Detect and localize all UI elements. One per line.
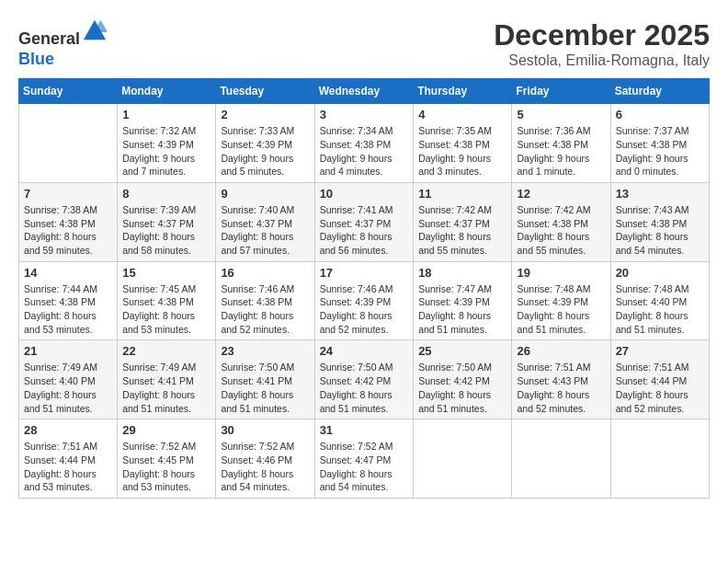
daylight-text: Daylight: 8 hours and 51 minutes.	[221, 389, 293, 414]
day-number: 17	[320, 266, 409, 280]
sunset-text: Sunset: 4:46 PM	[221, 454, 292, 465]
calendar-header-row: SundayMondayTuesdayWednesdayThursdayFrid…	[19, 79, 710, 104]
sunrise-text: Sunrise: 7:35 AM	[418, 125, 492, 136]
sunrise-text: Sunrise: 7:46 AM	[320, 283, 393, 294]
day-info: Sunrise: 7:52 AMSunset: 4:46 PMDaylight:…	[221, 440, 309, 494]
sunset-text: Sunset: 4:39 PM	[517, 296, 588, 307]
day-info: Sunrise: 7:42 AMSunset: 4:37 PMDaylight:…	[418, 203, 506, 258]
sunrise-text: Sunrise: 7:39 AM	[122, 204, 196, 215]
daylight-text: Daylight: 8 hours and 51 minutes.	[517, 310, 589, 335]
logo-icon	[82, 18, 108, 44]
sunset-text: Sunset: 4:38 PM	[517, 218, 588, 229]
day-number: 29	[122, 423, 210, 437]
calendar-cell: 16Sunrise: 7:46 AMSunset: 4:38 PMDayligh…	[216, 261, 314, 340]
day-info: Sunrise: 7:51 AMSunset: 4:44 PMDaylight:…	[616, 361, 704, 415]
daylight-text: Daylight: 9 hours and 3 minutes.	[418, 153, 491, 178]
day-info: Sunrise: 7:46 AMSunset: 4:39 PMDaylight:…	[320, 282, 409, 337]
daylight-text: Daylight: 8 hours and 51 minutes.	[616, 310, 688, 335]
sunset-text: Sunset: 4:37 PM	[221, 218, 292, 229]
day-number: 14	[24, 266, 112, 280]
title-area: December 2025 Sestola, Emilia-Romagna, I…	[494, 18, 710, 69]
day-number: 7	[24, 187, 112, 201]
day-number: 16	[221, 266, 309, 280]
sunrise-text: Sunrise: 7:46 AM	[221, 283, 294, 294]
day-number: 22	[122, 344, 210, 358]
calendar-cell: 10Sunrise: 7:41 AMSunset: 4:37 PMDayligh…	[314, 182, 414, 261]
month-title: December 2025	[494, 18, 710, 52]
sunrise-text: Sunrise: 7:47 AM	[418, 283, 492, 294]
daylight-text: Daylight: 8 hours and 56 minutes.	[320, 231, 392, 256]
sunrise-text: Sunrise: 7:49 AM	[122, 362, 196, 373]
calendar-cell: 31Sunrise: 7:52 AMSunset: 4:47 PMDayligh…	[314, 419, 414, 499]
calendar-cell: 14Sunrise: 7:44 AMSunset: 4:38 PMDayligh…	[19, 261, 118, 340]
daylight-text: Daylight: 8 hours and 54 minutes.	[221, 468, 293, 493]
daylight-text: Daylight: 8 hours and 53 minutes.	[122, 310, 195, 335]
sunset-text: Sunset: 4:39 PM	[122, 139, 194, 150]
calendar-cell	[610, 419, 709, 499]
calendar-week-row: 21Sunrise: 7:49 AMSunset: 4:40 PMDayligh…	[19, 340, 710, 419]
sunrise-text: Sunrise: 7:37 AM	[616, 125, 689, 136]
day-number: 1	[122, 108, 210, 121]
day-info: Sunrise: 7:32 AMSunset: 4:39 PMDaylight:…	[122, 124, 210, 178]
daylight-text: Daylight: 9 hours and 4 minutes.	[320, 153, 392, 178]
day-header-sunday: Sunday	[19, 79, 118, 104]
sunset-text: Sunset: 4:38 PM	[418, 139, 490, 150]
daylight-text: Daylight: 8 hours and 51 minutes.	[320, 389, 392, 414]
calendar-cell: 8Sunrise: 7:39 AMSunset: 4:37 PMDaylight…	[118, 182, 216, 261]
day-number: 4	[418, 108, 506, 121]
day-number: 27	[616, 344, 704, 358]
sunrise-text: Sunrise: 7:42 AM	[418, 204, 492, 215]
daylight-text: Daylight: 9 hours and 7 minutes.	[122, 153, 195, 178]
day-info: Sunrise: 7:47 AMSunset: 4:39 PMDaylight:…	[418, 282, 506, 337]
calendar-cell: 7Sunrise: 7:38 AMSunset: 4:38 PMDaylight…	[19, 182, 118, 261]
sunrise-text: Sunrise: 7:48 AM	[616, 283, 689, 294]
day-info: Sunrise: 7:52 AMSunset: 4:45 PMDaylight:…	[122, 440, 210, 494]
calendar-week-row: 28Sunrise: 7:51 AMSunset: 4:44 PMDayligh…	[19, 419, 710, 499]
day-info: Sunrise: 7:43 AMSunset: 4:38 PMDaylight:…	[616, 203, 704, 258]
sunrise-text: Sunrise: 7:52 AM	[221, 441, 294, 452]
calendar-cell: 23Sunrise: 7:50 AMSunset: 4:41 PMDayligh…	[216, 340, 314, 419]
calendar-cell: 30Sunrise: 7:52 AMSunset: 4:46 PMDayligh…	[216, 419, 314, 499]
day-number: 30	[221, 423, 309, 437]
day-number: 13	[616, 187, 704, 201]
sunrise-text: Sunrise: 7:40 AM	[221, 204, 294, 215]
day-number: 19	[517, 266, 605, 280]
calendar-cell: 27Sunrise: 7:51 AMSunset: 4:44 PMDayligh…	[610, 340, 709, 419]
sunset-text: Sunset: 4:38 PM	[24, 218, 96, 229]
day-number: 3	[320, 108, 409, 121]
sunrise-text: Sunrise: 7:50 AM	[320, 362, 393, 373]
day-number: 26	[517, 344, 605, 358]
day-info: Sunrise: 7:40 AMSunset: 4:37 PMDaylight:…	[221, 203, 309, 258]
sunrise-text: Sunrise: 7:52 AM	[320, 441, 393, 452]
calendar-cell: 1Sunrise: 7:32 AMSunset: 4:39 PMDaylight…	[118, 104, 216, 183]
sunrise-text: Sunrise: 7:51 AM	[24, 441, 97, 452]
day-info: Sunrise: 7:48 AMSunset: 4:40 PMDaylight:…	[616, 282, 704, 337]
calendar-cell: 25Sunrise: 7:50 AMSunset: 4:42 PMDayligh…	[414, 340, 512, 419]
calendar-week-row: 14Sunrise: 7:44 AMSunset: 4:38 PMDayligh…	[19, 261, 710, 340]
daylight-text: Daylight: 8 hours and 55 minutes.	[517, 231, 589, 256]
sunrise-text: Sunrise: 7:52 AM	[122, 441, 196, 452]
calendar-cell: 12Sunrise: 7:42 AMSunset: 4:38 PMDayligh…	[512, 182, 610, 261]
day-number: 12	[517, 187, 605, 201]
sunrise-text: Sunrise: 7:32 AM	[122, 125, 196, 136]
day-number: 5	[517, 108, 605, 121]
day-header-thursday: Thursday	[414, 79, 512, 104]
day-info: Sunrise: 7:50 AMSunset: 4:42 PMDaylight:…	[320, 361, 409, 415]
daylight-text: Daylight: 8 hours and 51 minutes.	[418, 389, 491, 414]
daylight-text: Daylight: 8 hours and 59 minutes.	[24, 231, 97, 256]
sunset-text: Sunset: 4:37 PM	[122, 218, 194, 229]
sunset-text: Sunset: 4:47 PM	[320, 454, 392, 465]
day-number: 31	[320, 423, 409, 437]
day-info: Sunrise: 7:36 AMSunset: 4:38 PMDaylight:…	[517, 124, 605, 178]
day-number: 11	[418, 187, 506, 201]
sunset-text: Sunset: 4:38 PM	[517, 139, 588, 150]
calendar-cell: 2Sunrise: 7:33 AMSunset: 4:39 PMDaylight…	[216, 104, 314, 183]
calendar-cell: 22Sunrise: 7:49 AMSunset: 4:41 PMDayligh…	[118, 340, 216, 419]
page-header: General Blue December 2025 Sestola, Emil…	[18, 18, 710, 69]
calendar-cell: 17Sunrise: 7:46 AMSunset: 4:39 PMDayligh…	[314, 261, 414, 340]
day-header-tuesday: Tuesday	[216, 79, 314, 104]
sunrise-text: Sunrise: 7:38 AM	[24, 204, 97, 215]
day-info: Sunrise: 7:51 AMSunset: 4:44 PMDaylight:…	[24, 440, 112, 494]
day-number: 24	[320, 344, 409, 358]
location-title: Sestola, Emilia-Romagna, Italy	[494, 52, 710, 69]
